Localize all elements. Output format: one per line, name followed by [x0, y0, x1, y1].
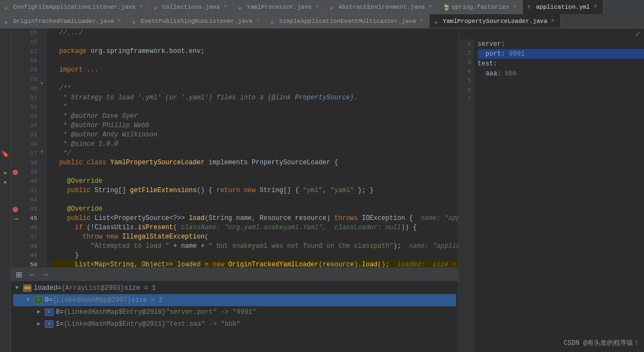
debug-variables: ▼ oo loaded = {ArrayList@2903} size = 1 … [11, 281, 458, 331]
tab-bar: ☕ ConfigFileApplicationListener.java × ☕… [0, 0, 644, 28]
code-line-28: import ... [51, 65, 458, 75]
var-extra: "server.port" -> "9991" [166, 306, 257, 318]
tab-simple[interactable]: ☕ SimpleApplicationEventMulticaster.java… [266, 14, 430, 28]
close-tab-icon[interactable]: × [116, 18, 123, 25]
yaml-icon: Y [527, 4, 534, 10]
bookmark-icon: 🔖 [1, 150, 9, 159]
oo-icon: oo [23, 284, 32, 292]
var-loaded[interactable]: ▼ oo loaded = {ArrayList@2903} size = 1 [13, 282, 456, 294]
code-content[interactable]: //.../ package org.springframework.boot.… [47, 28, 458, 267]
close-tab-icon[interactable]: × [314, 4, 320, 10]
line-numbers: 15 16 17 18 28 29 30 31 32 33 34 35 36 3… [20, 28, 40, 267]
debug-icon: ● [3, 169, 7, 178]
close-tab-icon[interactable]: × [427, 4, 433, 10]
bp-empty [11, 56, 20, 65]
code-line-17: package org.springframework.boot.env; [51, 47, 458, 56]
code-line-34: * @author Phillip Webb [51, 121, 458, 130]
var-type: {ArrayList@2903} [61, 282, 124, 294]
code-line-16 [51, 38, 458, 47]
var-name: 0 [45, 294, 49, 306]
expand-icon: ▼ [26, 294, 32, 306]
code-line-43: @Override [51, 205, 458, 214]
bp-empty [11, 28, 20, 38]
var-name: loaded [34, 282, 57, 294]
expand-icon: ▼ [15, 282, 21, 294]
breakpoint-dot-50[interactable] [11, 205, 20, 214]
bp-empty [11, 140, 20, 149]
java-icon: ☕ [330, 4, 336, 10]
var-type: {LinkedHashMap@2907} [52, 294, 131, 306]
bp-empty [11, 130, 20, 140]
close-tab-icon[interactable]: × [254, 18, 261, 25]
back-button[interactable]: ← [27, 270, 37, 279]
code-line-49: } [51, 251, 458, 260]
yaml-content-area: 1 2 3 4 5 6 7 server: port: 9991 test: a… [459, 39, 644, 352]
var-extra: size = 2 [131, 294, 163, 306]
close-tab-icon[interactable]: × [592, 4, 599, 10]
code-line-35: * @author Andy Wilkinson [51, 130, 458, 140]
yaml-line-2: server: [478, 39, 644, 49]
left-gutter: 🔖 ● ● [0, 28, 11, 352]
java-icon: ☕ [238, 4, 245, 10]
code-line-15: //.../ [51, 28, 458, 38]
bp-empty [11, 93, 20, 103]
bp-empty [11, 38, 20, 47]
var-extra: size = 1 [124, 282, 156, 294]
bp-empty [11, 195, 20, 205]
debug-icon: ● [3, 178, 7, 187]
bp-empty [11, 112, 20, 121]
java-icon: ☕ [270, 18, 277, 25]
java-icon: ☕ [153, 4, 160, 10]
java-icon: ☕ [132, 18, 139, 25]
var-item-0[interactable]: ▼ ≡ 0 = {LinkedHashMap@2907} size = 2 [13, 294, 456, 306]
var-extra: "test.aaa" -> "bbb" [166, 318, 241, 330]
var-type: {LinkedHashMap$Entry@2911} [63, 318, 165, 330]
var-entry-1[interactable]: ▶ ≡ 1 = {LinkedHashMap$Entry@2911} "test… [13, 318, 456, 330]
code-scroll[interactable]: → 15 16 17 18 28 29 30 31 32 33 34 35 36… [11, 28, 458, 267]
exec-arrow: → [11, 214, 20, 223]
var-entry-0[interactable]: ▶ ≡ 0 = {LinkedHashMap$Entry@2910} "serv… [13, 306, 456, 318]
fold-gutter: ▼ ▼ [40, 28, 47, 267]
tab-origin[interactable]: ☕ OriginTrackedYamlLoader.java × [0, 14, 128, 28]
tab-yaml-source[interactable]: ☕ YamlPropertySourceLoader.java × [430, 14, 560, 28]
close-tab-icon[interactable]: × [550, 18, 556, 25]
code-line-50: List<Map<String, Object>> loaded = new O… [51, 260, 458, 267]
tab-event[interactable]: ☕ EventPublishingRunListener.java × [128, 14, 266, 28]
tab-yaml[interactable]: ☕ YamlProcessor.java × [234, 0, 325, 14]
right-panel: ✓ 1 2 3 4 5 6 7 server: port: 9991 test:… [458, 28, 644, 352]
yaml-line-numbers: 1 2 3 4 5 6 7 [459, 39, 474, 352]
frame-icon[interactable]: ⊞ [14, 270, 24, 279]
forward-button[interactable]: → [40, 270, 50, 279]
tab-collections[interactable]: ☕ Collections.java × [149, 0, 234, 14]
code-line-41: public String[] getFileExtensions() { re… [51, 186, 458, 195]
close-tab-icon[interactable]: × [222, 4, 229, 10]
bp-empty [11, 47, 20, 56]
list-icon: ≡ [34, 296, 43, 304]
close-tab-icon[interactable]: × [511, 4, 518, 10]
tab-application-yml[interactable]: Y application.yml × [523, 0, 604, 14]
java-icon: ☕ [4, 4, 11, 10]
breakpoint-gutter: → [11, 28, 20, 267]
breakpoint-dot-40[interactable] [11, 168, 20, 177]
bp-empty [11, 158, 20, 168]
code-line-31: * Strategy to load '.yml' (or '.yaml') f… [51, 93, 458, 103]
code-line-48: "Attempted to load " + name + " but snak… [51, 242, 458, 251]
java-icon: ☕ [4, 18, 11, 25]
code-with-debug: → 15 16 17 18 28 29 30 31 32 33 34 35 36… [11, 28, 458, 352]
bp-empty [11, 84, 20, 93]
close-tab-icon[interactable]: × [138, 4, 144, 10]
yaml-text: server: port: 9991 test: aaa: bbb [474, 39, 644, 352]
main-container: 🔖 ● ● [0, 28, 644, 352]
close-tab-icon[interactable]: × [418, 18, 425, 25]
bp-empty [11, 177, 20, 186]
tab-abstract-env[interactable]: ☕ AbstractEnvironment.java × [325, 0, 438, 14]
code-line-33: * @author Dave Syer [51, 112, 458, 121]
yaml-line-5: test: [478, 59, 644, 69]
code-line-39 [51, 168, 458, 177]
bp-empty [11, 149, 20, 158]
tab-spring-factories[interactable]: 🍃 spring.factories × [438, 0, 523, 14]
code-line-47: throw new IllegalStateException( [51, 232, 458, 242]
tab-config[interactable]: ☕ ConfigFileApplicationListener.java × [0, 0, 149, 14]
yaml-line-6: aaa: bbb [478, 69, 644, 79]
expand-icon: ▶ [37, 306, 43, 318]
